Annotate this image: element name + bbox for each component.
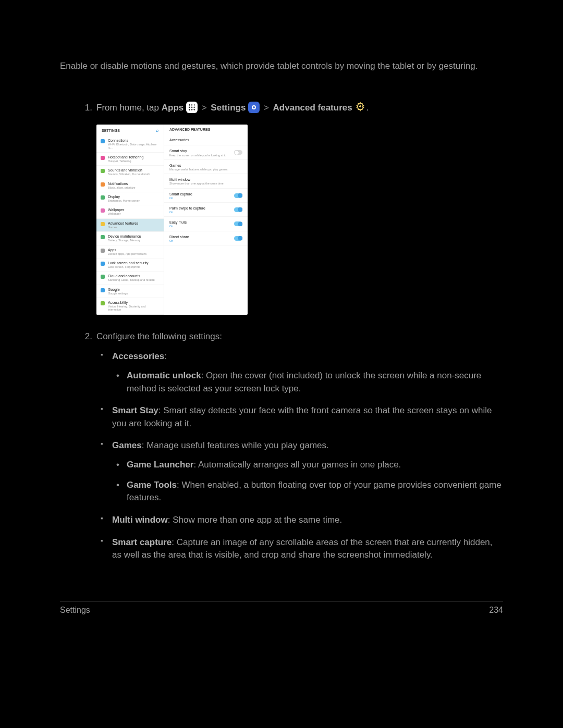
sidebar-item[interactable]: ConnectionsWi-Fi, Bluetooth, Data usage,… [96, 136, 164, 153]
detail-row-title: Smart capture [169, 192, 192, 196]
sidebar-item[interactable]: Device maintenanceBattery, Storage, Memo… [96, 232, 164, 245]
sidebar-item-title: Device maintenance [108, 235, 141, 239]
toggle-switch[interactable] [234, 193, 242, 198]
detail-row-subtitle: Keep the screen on while you're looking … [169, 154, 226, 157]
footer-section: Settings [60, 604, 90, 616]
sidebar-item-icon [101, 262, 105, 266]
sidebar-item-subtitle: Google settings [108, 292, 128, 295]
detail-row[interactable]: Accessories [164, 134, 248, 145]
sidebar-item[interactable]: GoogleGoogle settings [96, 285, 164, 298]
detail-row[interactable]: Smart captureOn [164, 189, 248, 203]
sidebar-item[interactable]: WallpaperWallpaper [96, 205, 164, 218]
sidebar-item-icon [101, 208, 105, 213]
detail-row-title: Direct share [169, 235, 189, 239]
detail-row-title: Palm swipe to capture [169, 206, 205, 211]
setting-sublist: Automatic unlock: Open the cover (not in… [112, 369, 503, 395]
setting-name: Smart Stay [112, 405, 158, 415]
setting-description-item: Smart Stay: Smart stay detects your face… [112, 404, 503, 430]
detail-row[interactable]: Smart stayKeep the screen on while you'r… [164, 145, 248, 159]
breadcrumb-separator: > [202, 103, 207, 113]
apps-icon [186, 102, 198, 113]
setting-subitem: Game Tools: When enabled, a button float… [127, 479, 503, 504]
page-footer: Settings 234 [60, 601, 503, 616]
sidebar-item-title: Notifications [108, 182, 136, 186]
sidebar-item-title: Sounds and vibration [108, 168, 150, 172]
sidebar-item-subtitle: Brightness, Home screen [108, 199, 140, 202]
sidebar-item-icon [101, 182, 105, 187]
toggle-switch[interactable] [234, 150, 242, 155]
detail-row[interactable]: Palm swipe to captureOn [164, 203, 248, 217]
sidebar-item-title: Accessibility [108, 301, 160, 305]
detail-row-subtitle: On [169, 239, 189, 242]
sidebar-item-subtitle: Sounds, Vibration, Do not disturb [108, 172, 150, 176]
step-number: 2. [81, 330, 92, 343]
setting-subitem-name: Game Tools [127, 480, 177, 490]
sidebar-item-subtitle: Hotspot, Tethering [108, 159, 143, 163]
setting-text: : Manage useful features while you play … [142, 440, 329, 450]
setting-name: Accessories [112, 351, 164, 361]
detail-row-subtitle: On [169, 211, 205, 214]
toggle-switch[interactable] [234, 207, 242, 212]
toggle-switch[interactable] [234, 221, 242, 226]
sidebar-item-icon [101, 195, 105, 200]
sidebar-item[interactable]: AccessibilityVision, Hearing, Dexterity … [96, 298, 164, 315]
sidebar-item-subtitle: Battery, Storage, Memory [108, 239, 141, 242]
detail-row[interactable]: Easy muteOn [164, 217, 248, 231]
sidebar-item-title: Advanced features [108, 221, 138, 226]
sidebar-item-subtitle: Vision, Hearing, Dexterity and interacti… [108, 305, 160, 312]
sidebar-item-title: Apps [108, 248, 146, 252]
sidebar-item[interactable]: Cloud and accountsSamsung Cloud, Backup … [96, 272, 164, 285]
setting-text: : Show more than one app at the same tim… [168, 515, 342, 525]
sidebar-item-icon [101, 235, 105, 239]
step-2-text: Configure the following settings: [96, 331, 222, 341]
detail-title: ADVANCED FEATURES [169, 127, 210, 132]
sidebar-item[interactable]: Lock screen and securityLock screen, Fin… [96, 258, 164, 272]
sidebar-item-icon [101, 156, 105, 160]
setting-subitem: Game Launcher: Automatically arranges al… [127, 459, 503, 472]
settings-screenshot: SETTINGS ⌕ ConnectionsWi-Fi, Bluetooth, … [96, 125, 248, 314]
setting-description-item: Smart capture: Capture an image of any s… [112, 536, 503, 562]
detail-row-title: Games [169, 164, 228, 168]
sidebar-item-icon [101, 275, 105, 279]
setting-name: Multi window [112, 515, 168, 525]
nav-settings-label: Settings [211, 103, 246, 113]
sidebar-item[interactable]: AppsDefault apps, App permissions [96, 245, 164, 258]
step-number: 1. [81, 102, 92, 115]
detail-row-title: Easy mute [169, 220, 187, 225]
sidebar-item-subtitle: Wallpaper [108, 212, 124, 215]
detail-row-title: Smart stay [169, 149, 226, 153]
sidebar-item-subtitle: Games [108, 226, 138, 229]
sidebar-title: SETTINGS [102, 128, 120, 133]
sidebar-item-title: Hotspot and Tethering [108, 155, 143, 159]
setting-text: : Smart stay detects your face with the … [112, 405, 492, 428]
setting-subitem-name: Game Launcher [127, 460, 194, 470]
sidebar-item-icon [101, 301, 105, 305]
sidebar-item-title: Cloud and accounts [108, 274, 155, 278]
step-2: 2. Configure the following settings: Acc… [81, 330, 503, 562]
setting-subitem-text: : Automatically arranges all your games … [194, 460, 401, 470]
sidebar-item[interactable]: NotificationsBlock, allow, prioritize [96, 179, 164, 192]
detail-row[interactable]: Direct shareOn [164, 231, 248, 245]
setting-subitem-name: Automatic unlock [127, 371, 201, 380]
detail-row[interactable]: Multi windowShow more than one app at th… [164, 174, 248, 188]
setting-description-item: Multi window: Show more than one app at … [112, 514, 503, 527]
sidebar-item[interactable]: Sounds and vibrationSounds, Vibration, D… [96, 166, 164, 179]
document-page: Enable or disable motions and gestures, … [0, 0, 563, 728]
sidebar-item-subtitle: Lock screen, Fingerprints [108, 265, 148, 268]
settings-detail-pane: ADVANCED FEATURES AccessoriesSmart stayK… [164, 125, 248, 314]
settings-icon [248, 102, 260, 113]
sidebar-item[interactable]: Advanced featuresGames [96, 219, 164, 232]
detail-row[interactable]: GamesManage useful features while you pl… [164, 160, 248, 174]
detail-header: ADVANCED FEATURES [164, 125, 248, 134]
detail-row-subtitle: Manage useful features while you play ga… [169, 168, 228, 171]
sidebar-item-title: Wallpaper [108, 208, 124, 212]
sidebar-item[interactable]: DisplayBrightness, Home screen [96, 192, 164, 205]
setting-subitem-text: : When enabled, a button floating over t… [127, 480, 501, 503]
search-icon[interactable]: ⌕ [156, 127, 158, 134]
settings-descriptions-list: Accessories:Automatic unlock: Open the c… [96, 350, 503, 562]
sidebar-item[interactable]: Hotspot and TetheringHotspot, Tethering [96, 153, 164, 166]
sidebar-item-title: Lock screen and security [108, 261, 148, 265]
toggle-switch[interactable] [234, 236, 242, 241]
sidebar-item-subtitle: Samsung Cloud, Backup and restore [108, 278, 155, 281]
steps-list: 1. From home, tap Apps > Settings > Adva… [60, 102, 503, 562]
